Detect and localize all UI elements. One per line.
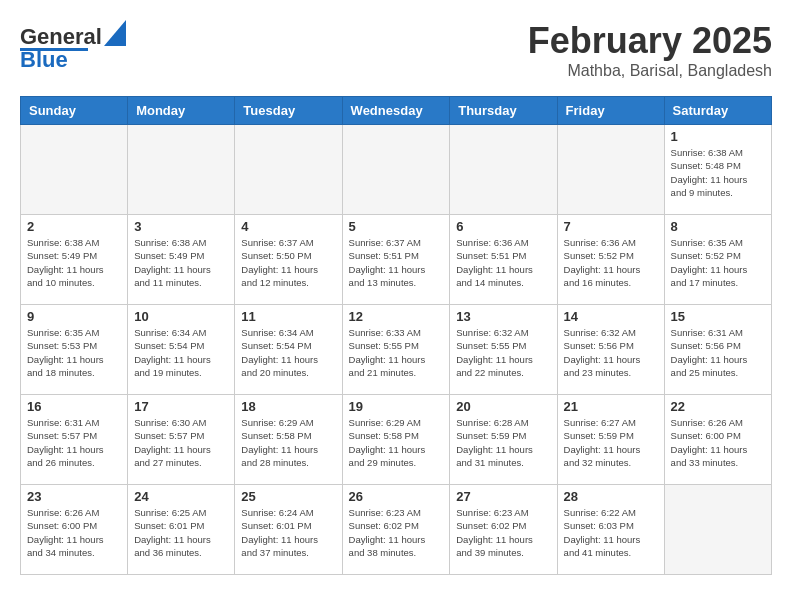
calendar-cell: 13Sunrise: 6:32 AM Sunset: 5:55 PM Dayli… (450, 305, 557, 395)
day-info: Sunrise: 6:37 AM Sunset: 5:51 PM Dayligh… (349, 236, 444, 289)
calendar-cell: 18Sunrise: 6:29 AM Sunset: 5:58 PM Dayli… (235, 395, 342, 485)
day-number: 8 (671, 219, 765, 234)
day-number: 17 (134, 399, 228, 414)
calendar-day-header: Tuesday (235, 97, 342, 125)
calendar-cell: 2Sunrise: 6:38 AM Sunset: 5:49 PM Daylig… (21, 215, 128, 305)
page-title: February 2025 (528, 20, 772, 62)
day-info: Sunrise: 6:32 AM Sunset: 5:56 PM Dayligh… (564, 326, 658, 379)
calendar-cell: 23Sunrise: 6:26 AM Sunset: 6:00 PM Dayli… (21, 485, 128, 575)
day-number: 14 (564, 309, 658, 324)
day-info: Sunrise: 6:31 AM Sunset: 5:56 PM Dayligh… (671, 326, 765, 379)
calendar-cell: 6Sunrise: 6:36 AM Sunset: 5:51 PM Daylig… (450, 215, 557, 305)
day-number: 21 (564, 399, 658, 414)
day-info: Sunrise: 6:38 AM Sunset: 5:48 PM Dayligh… (671, 146, 765, 199)
day-info: Sunrise: 6:26 AM Sunset: 6:00 PM Dayligh… (671, 416, 765, 469)
calendar-cell: 25Sunrise: 6:24 AM Sunset: 6:01 PM Dayli… (235, 485, 342, 575)
calendar-cell: 28Sunrise: 6:22 AM Sunset: 6:03 PM Dayli… (557, 485, 664, 575)
day-number: 1 (671, 129, 765, 144)
day-number: 28 (564, 489, 658, 504)
day-number: 10 (134, 309, 228, 324)
calendar-cell (128, 125, 235, 215)
day-info: Sunrise: 6:33 AM Sunset: 5:55 PM Dayligh… (349, 326, 444, 379)
day-number: 26 (349, 489, 444, 504)
calendar-cell (664, 485, 771, 575)
calendar-cell: 4Sunrise: 6:37 AM Sunset: 5:50 PM Daylig… (235, 215, 342, 305)
calendar-table: SundayMondayTuesdayWednesdayThursdayFrid… (20, 96, 772, 575)
calendar-cell: 11Sunrise: 6:34 AM Sunset: 5:54 PM Dayli… (235, 305, 342, 395)
calendar-cell (450, 125, 557, 215)
calendar-week-row: 9Sunrise: 6:35 AM Sunset: 5:53 PM Daylig… (21, 305, 772, 395)
calendar-cell: 7Sunrise: 6:36 AM Sunset: 5:52 PM Daylig… (557, 215, 664, 305)
title-block: February 2025 Mathba, Barisal, Banglades… (528, 20, 772, 80)
calendar-cell (21, 125, 128, 215)
calendar-week-row: 23Sunrise: 6:26 AM Sunset: 6:00 PM Dayli… (21, 485, 772, 575)
day-info: Sunrise: 6:32 AM Sunset: 5:55 PM Dayligh… (456, 326, 550, 379)
calendar-cell: 5Sunrise: 6:37 AM Sunset: 5:51 PM Daylig… (342, 215, 450, 305)
day-info: Sunrise: 6:27 AM Sunset: 5:59 PM Dayligh… (564, 416, 658, 469)
day-info: Sunrise: 6:31 AM Sunset: 5:57 PM Dayligh… (27, 416, 121, 469)
calendar-week-row: 2Sunrise: 6:38 AM Sunset: 5:49 PM Daylig… (21, 215, 772, 305)
calendar-cell: 8Sunrise: 6:35 AM Sunset: 5:52 PM Daylig… (664, 215, 771, 305)
day-number: 12 (349, 309, 444, 324)
calendar-cell: 1Sunrise: 6:38 AM Sunset: 5:48 PM Daylig… (664, 125, 771, 215)
page-subtitle: Mathba, Barisal, Bangladesh (528, 62, 772, 80)
day-info: Sunrise: 6:29 AM Sunset: 5:58 PM Dayligh… (349, 416, 444, 469)
day-info: Sunrise: 6:30 AM Sunset: 5:57 PM Dayligh… (134, 416, 228, 469)
calendar-cell: 14Sunrise: 6:32 AM Sunset: 5:56 PM Dayli… (557, 305, 664, 395)
day-number: 4 (241, 219, 335, 234)
logo-text-blue: Blue (20, 47, 68, 73)
calendar-day-header: Saturday (664, 97, 771, 125)
day-info: Sunrise: 6:23 AM Sunset: 6:02 PM Dayligh… (456, 506, 550, 559)
calendar-day-header: Friday (557, 97, 664, 125)
calendar-week-row: 16Sunrise: 6:31 AM Sunset: 5:57 PM Dayli… (21, 395, 772, 485)
svg-marker-0 (104, 20, 126, 46)
day-number: 24 (134, 489, 228, 504)
day-number: 22 (671, 399, 765, 414)
calendar-cell: 27Sunrise: 6:23 AM Sunset: 6:02 PM Dayli… (450, 485, 557, 575)
day-number: 25 (241, 489, 335, 504)
day-info: Sunrise: 6:22 AM Sunset: 6:03 PM Dayligh… (564, 506, 658, 559)
day-number: 15 (671, 309, 765, 324)
day-info: Sunrise: 6:26 AM Sunset: 6:00 PM Dayligh… (27, 506, 121, 559)
day-number: 9 (27, 309, 121, 324)
page-header: General Blue February 2025 Mathba, Baris… (20, 20, 772, 80)
calendar-day-header: Wednesday (342, 97, 450, 125)
day-info: Sunrise: 6:37 AM Sunset: 5:50 PM Dayligh… (241, 236, 335, 289)
day-number: 13 (456, 309, 550, 324)
calendar-header-row: SundayMondayTuesdayWednesdayThursdayFrid… (21, 97, 772, 125)
day-info: Sunrise: 6:25 AM Sunset: 6:01 PM Dayligh… (134, 506, 228, 559)
day-number: 18 (241, 399, 335, 414)
day-number: 19 (349, 399, 444, 414)
day-number: 5 (349, 219, 444, 234)
day-number: 6 (456, 219, 550, 234)
calendar-cell: 16Sunrise: 6:31 AM Sunset: 5:57 PM Dayli… (21, 395, 128, 485)
day-info: Sunrise: 6:35 AM Sunset: 5:52 PM Dayligh… (671, 236, 765, 289)
calendar-cell (557, 125, 664, 215)
calendar-cell: 26Sunrise: 6:23 AM Sunset: 6:02 PM Dayli… (342, 485, 450, 575)
calendar-day-header: Monday (128, 97, 235, 125)
day-info: Sunrise: 6:29 AM Sunset: 5:58 PM Dayligh… (241, 416, 335, 469)
calendar-cell: 10Sunrise: 6:34 AM Sunset: 5:54 PM Dayli… (128, 305, 235, 395)
day-info: Sunrise: 6:34 AM Sunset: 5:54 PM Dayligh… (241, 326, 335, 379)
day-number: 16 (27, 399, 121, 414)
day-info: Sunrise: 6:24 AM Sunset: 6:01 PM Dayligh… (241, 506, 335, 559)
day-number: 7 (564, 219, 658, 234)
calendar-cell: 9Sunrise: 6:35 AM Sunset: 5:53 PM Daylig… (21, 305, 128, 395)
calendar-cell: 19Sunrise: 6:29 AM Sunset: 5:58 PM Dayli… (342, 395, 450, 485)
day-number: 2 (27, 219, 121, 234)
day-info: Sunrise: 6:38 AM Sunset: 5:49 PM Dayligh… (134, 236, 228, 289)
day-info: Sunrise: 6:28 AM Sunset: 5:59 PM Dayligh… (456, 416, 550, 469)
day-number: 23 (27, 489, 121, 504)
calendar-day-header: Thursday (450, 97, 557, 125)
calendar-cell: 21Sunrise: 6:27 AM Sunset: 5:59 PM Dayli… (557, 395, 664, 485)
calendar-day-header: Sunday (21, 97, 128, 125)
day-number: 3 (134, 219, 228, 234)
day-info: Sunrise: 6:36 AM Sunset: 5:51 PM Dayligh… (456, 236, 550, 289)
day-info: Sunrise: 6:23 AM Sunset: 6:02 PM Dayligh… (349, 506, 444, 559)
day-info: Sunrise: 6:35 AM Sunset: 5:53 PM Dayligh… (27, 326, 121, 379)
day-info: Sunrise: 6:36 AM Sunset: 5:52 PM Dayligh… (564, 236, 658, 289)
day-number: 20 (456, 399, 550, 414)
calendar-cell: 24Sunrise: 6:25 AM Sunset: 6:01 PM Dayli… (128, 485, 235, 575)
day-info: Sunrise: 6:34 AM Sunset: 5:54 PM Dayligh… (134, 326, 228, 379)
calendar-cell: 20Sunrise: 6:28 AM Sunset: 5:59 PM Dayli… (450, 395, 557, 485)
